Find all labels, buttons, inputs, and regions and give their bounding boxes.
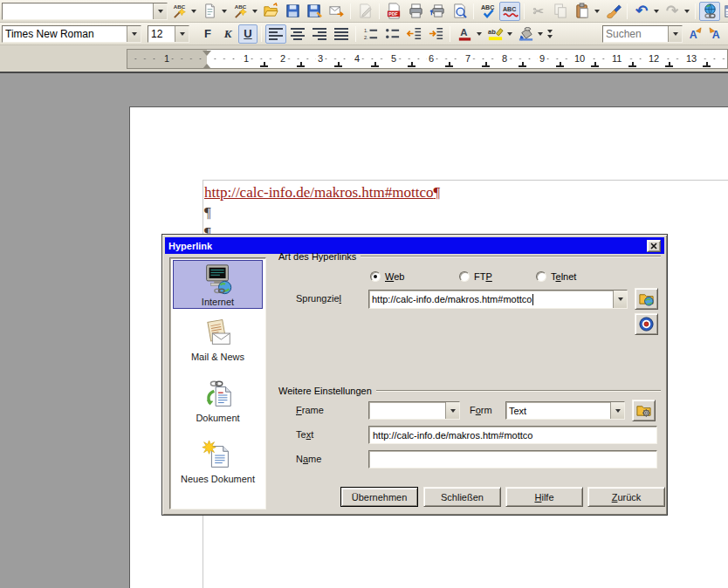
close-dialog-button[interactable]: Schließen: [423, 487, 501, 507]
indent-marker-icon[interactable]: [203, 51, 211, 63]
font-size-input[interactable]: [148, 26, 175, 42]
print-button[interactable]: [405, 2, 426, 21]
text-field[interactable]: [368, 426, 657, 444]
paste-dropdown[interactable]: [592, 2, 601, 21]
redo-dropdown[interactable]: [682, 2, 691, 21]
insert-table-button[interactable]: [721, 2, 728, 21]
underline-button[interactable]: U: [238, 24, 258, 44]
radio-ftp[interactable]: FTP: [459, 271, 492, 282]
new-document-dropdown[interactable]: [219, 2, 229, 21]
tab-stop-marker[interactable]: [371, 62, 379, 67]
page-preview-button[interactable]: [449, 2, 470, 21]
send-email-button[interactable]: [326, 2, 347, 21]
redo-button[interactable]: ↷: [662, 2, 683, 21]
search-input[interactable]: [603, 26, 668, 42]
tab-stop-marker[interactable]: [408, 62, 416, 67]
new-document-button[interactable]: [199, 2, 220, 21]
tab-stop-marker[interactable]: [556, 62, 564, 67]
category-new-document[interactable]: Neues Dokument: [173, 440, 263, 484]
auto-spellcheck-button[interactable]: ABC: [499, 2, 520, 21]
align-right-button[interactable]: [309, 24, 330, 44]
decrease-indent-button[interactable]: [403, 24, 424, 44]
back-label: Zurück: [612, 492, 642, 503]
highlighting-button[interactable]: ab: [484, 24, 505, 44]
find-forward-button[interactable]: A: [683, 24, 704, 44]
highlighting-dropdown[interactable]: [505, 24, 514, 44]
radio-web[interactable]: Web: [370, 271, 404, 282]
form-combo[interactable]: Text: [505, 401, 625, 420]
font-name-combo[interactable]: [2, 25, 141, 43]
events-button[interactable]: [632, 400, 656, 421]
cut-button[interactable]: ✂: [528, 2, 549, 21]
align-left-button[interactable]: [265, 24, 286, 44]
font-size-combo[interactable]: [148, 25, 189, 43]
save-as-button[interactable]: [304, 2, 325, 21]
increase-indent-button[interactable]: [425, 24, 446, 44]
category-internet[interactable]: Internet: [173, 260, 263, 309]
background-color-button[interactable]: [515, 24, 536, 44]
copy-button[interactable]: [550, 2, 571, 21]
radio-telnet[interactable]: Telnet: [536, 271, 576, 282]
autoformat-button[interactable]: ABC: [168, 2, 189, 21]
tab-stop-marker[interactable]: [297, 62, 305, 67]
category-document[interactable]: Dokument: [173, 379, 263, 423]
edit-file-button[interactable]: [354, 2, 375, 21]
url-combo[interactable]: [2, 3, 168, 20]
tab-stop-marker[interactable]: [482, 62, 490, 67]
search-combo[interactable]: [602, 25, 683, 43]
form-dropdown[interactable]: [610, 402, 624, 419]
font-name-dropdown[interactable]: [127, 26, 141, 42]
font-color-dropdown[interactable]: [474, 24, 484, 44]
frame-combo[interactable]: [368, 401, 460, 420]
tab-stop-marker[interactable]: [519, 62, 526, 67]
category-mail-news[interactable]: Mail & News: [173, 318, 263, 362]
url-combo-dropdown[interactable]: [153, 3, 167, 19]
undo-dropdown[interactable]: [651, 2, 661, 21]
numbered-list-button[interactable]: 1. 2.: [360, 24, 381, 44]
align-center-button[interactable]: [287, 24, 308, 44]
italic-button[interactable]: K: [218, 24, 237, 44]
hyperlink-text[interactable]: http://calc-info.de/makros.htm#mottco: [204, 184, 434, 201]
paste-button[interactable]: [572, 2, 593, 21]
bullet-list-button[interactable]: [381, 24, 402, 44]
tab-stop-marker[interactable]: [260, 62, 268, 67]
toolbar-overflow-button[interactable]: [544, 24, 556, 44]
justify-button[interactable]: [331, 24, 352, 44]
print-file-direct-button[interactable]: [427, 2, 448, 21]
hyperlink-button[interactable]: [699, 2, 720, 21]
font-name-input[interactable]: [3, 26, 127, 42]
undo-button[interactable]: ↶: [631, 2, 652, 21]
url-input[interactable]: [3, 3, 153, 19]
web-browser-button[interactable]: [635, 288, 658, 310]
spellcheck-button[interactable]: ABC: [477, 2, 498, 21]
target-combo[interactable]: http://calc-info.de/makros.htm#mottco: [368, 290, 628, 309]
font-size-dropdown[interactable]: [175, 26, 189, 42]
tab-stop-marker[interactable]: [334, 62, 342, 67]
search-dropdown[interactable]: [668, 26, 682, 42]
export-pdf-button[interactable]: PDF: [383, 2, 404, 21]
find-backward-button[interactable]: A: [705, 24, 726, 44]
tab-stop-marker[interactable]: [628, 62, 636, 67]
name-field[interactable]: [368, 450, 657, 468]
tab-stop-marker[interactable]: [445, 62, 453, 67]
frame-dropdown[interactable]: [445, 402, 459, 419]
horizontal-ruler[interactable]: 1 1 2 3 4 5 6 7 8 9 10 11 12 13: [127, 49, 728, 69]
tab-stop-marker[interactable]: [665, 62, 673, 67]
document-hyperlink-line[interactable]: http://calc-info.de/makros.htm#mottco¶: [204, 182, 440, 202]
back-button[interactable]: Zurück: [587, 487, 665, 507]
font-color-button[interactable]: A: [454, 24, 475, 44]
format-paintbrush-button[interactable]: [602, 2, 623, 21]
target-dropdown[interactable]: [613, 291, 627, 308]
autoformat-dropdown[interactable]: [189, 2, 198, 21]
target-in-document-button[interactable]: [635, 313, 658, 335]
autotext-dropdown[interactable]: [250, 2, 259, 21]
save-button[interactable]: [282, 2, 303, 21]
bold-button[interactable]: F: [198, 24, 217, 44]
page-preview-icon: [451, 3, 468, 19]
apply-button[interactable]: Übernehmen: [340, 487, 418, 507]
open-button[interactable]: [260, 2, 281, 21]
tab-stop-marker[interactable]: [703, 62, 711, 67]
help-button[interactable]: Hilfe: [505, 487, 583, 507]
autotext-button[interactable]: ABC: [230, 2, 251, 21]
tab-stop-marker[interactable]: [591, 62, 599, 67]
